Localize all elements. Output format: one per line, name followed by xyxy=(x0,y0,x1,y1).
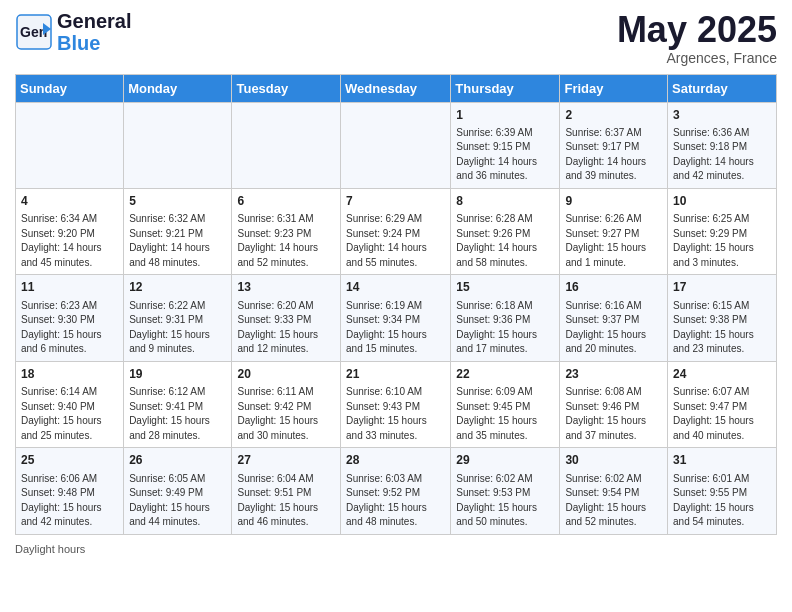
day-info: Sunrise: 6:39 AM Sunset: 9:15 PM Dayligh… xyxy=(456,126,554,184)
day-info: Sunrise: 6:03 AM Sunset: 9:52 PM Dayligh… xyxy=(346,472,445,530)
day-cell-3: 3Sunrise: 6:36 AM Sunset: 9:18 PM Daylig… xyxy=(668,102,777,188)
day-number: 8 xyxy=(456,193,554,210)
day-number: 29 xyxy=(456,452,554,469)
day-number: 17 xyxy=(673,279,771,296)
day-number: 23 xyxy=(565,366,662,383)
dow-header-tuesday: Tuesday xyxy=(232,74,341,102)
day-cell-17: 17Sunrise: 6:15 AM Sunset: 9:38 PM Dayli… xyxy=(668,275,777,361)
day-number: 27 xyxy=(237,452,335,469)
footer: Daylight hours xyxy=(15,543,777,555)
day-info: Sunrise: 6:08 AM Sunset: 9:46 PM Dayligh… xyxy=(565,385,662,443)
day-cell-13: 13Sunrise: 6:20 AM Sunset: 9:33 PM Dayli… xyxy=(232,275,341,361)
day-cell-30: 30Sunrise: 6:02 AM Sunset: 9:54 PM Dayli… xyxy=(560,448,668,534)
logo-text-general: General xyxy=(57,10,131,32)
day-number: 20 xyxy=(237,366,335,383)
day-info: Sunrise: 6:36 AM Sunset: 9:18 PM Dayligh… xyxy=(673,126,771,184)
day-number: 13 xyxy=(237,279,335,296)
day-number: 5 xyxy=(129,193,226,210)
days-of-week-row: SundayMondayTuesdayWednesdayThursdayFrid… xyxy=(16,74,777,102)
day-number: 18 xyxy=(21,366,118,383)
day-number: 3 xyxy=(673,107,771,124)
day-info: Sunrise: 6:28 AM Sunset: 9:26 PM Dayligh… xyxy=(456,212,554,270)
day-info: Sunrise: 6:22 AM Sunset: 9:31 PM Dayligh… xyxy=(129,299,226,357)
day-info: Sunrise: 6:07 AM Sunset: 9:47 PM Dayligh… xyxy=(673,385,771,443)
day-number: 7 xyxy=(346,193,445,210)
day-cell-7: 7Sunrise: 6:29 AM Sunset: 9:24 PM Daylig… xyxy=(341,188,451,274)
calendar-body: 1Sunrise: 6:39 AM Sunset: 9:15 PM Daylig… xyxy=(16,102,777,534)
day-info: Sunrise: 6:15 AM Sunset: 9:38 PM Dayligh… xyxy=(673,299,771,357)
day-cell-25: 25Sunrise: 6:06 AM Sunset: 9:48 PM Dayli… xyxy=(16,448,124,534)
day-cell-1: 1Sunrise: 6:39 AM Sunset: 9:15 PM Daylig… xyxy=(451,102,560,188)
day-info: Sunrise: 6:29 AM Sunset: 9:24 PM Dayligh… xyxy=(346,212,445,270)
day-cell-23: 23Sunrise: 6:08 AM Sunset: 9:46 PM Dayli… xyxy=(560,361,668,447)
day-number: 1 xyxy=(456,107,554,124)
dow-header-thursday: Thursday xyxy=(451,74,560,102)
day-info: Sunrise: 6:23 AM Sunset: 9:30 PM Dayligh… xyxy=(21,299,118,357)
day-cell-9: 9Sunrise: 6:26 AM Sunset: 9:27 PM Daylig… xyxy=(560,188,668,274)
day-number: 11 xyxy=(21,279,118,296)
day-info: Sunrise: 6:14 AM Sunset: 9:40 PM Dayligh… xyxy=(21,385,118,443)
day-info: Sunrise: 6:10 AM Sunset: 9:43 PM Dayligh… xyxy=(346,385,445,443)
day-info: Sunrise: 6:25 AM Sunset: 9:29 PM Dayligh… xyxy=(673,212,771,270)
calendar-table: SundayMondayTuesdayWednesdayThursdayFrid… xyxy=(15,74,777,535)
day-number: 2 xyxy=(565,107,662,124)
day-cell-8: 8Sunrise: 6:28 AM Sunset: 9:26 PM Daylig… xyxy=(451,188,560,274)
dow-header-monday: Monday xyxy=(124,74,232,102)
day-cell-22: 22Sunrise: 6:09 AM Sunset: 9:45 PM Dayli… xyxy=(451,361,560,447)
logo-text-blue: Blue xyxy=(57,32,131,54)
week-row-1: 1Sunrise: 6:39 AM Sunset: 9:15 PM Daylig… xyxy=(16,102,777,188)
title-block: May 2025 Argences, France xyxy=(617,10,777,66)
page-header: Gen General Blue May 2025 Argences, Fran… xyxy=(15,10,777,66)
dow-header-friday: Friday xyxy=(560,74,668,102)
week-row-4: 18Sunrise: 6:14 AM Sunset: 9:40 PM Dayli… xyxy=(16,361,777,447)
day-cell-4: 4Sunrise: 6:34 AM Sunset: 9:20 PM Daylig… xyxy=(16,188,124,274)
logo-icon: Gen xyxy=(15,13,53,51)
day-info: Sunrise: 6:37 AM Sunset: 9:17 PM Dayligh… xyxy=(565,126,662,184)
day-number: 28 xyxy=(346,452,445,469)
day-number: 21 xyxy=(346,366,445,383)
day-cell-10: 10Sunrise: 6:25 AM Sunset: 9:29 PM Dayli… xyxy=(668,188,777,274)
dow-header-sunday: Sunday xyxy=(16,74,124,102)
day-number: 6 xyxy=(237,193,335,210)
day-cell-18: 18Sunrise: 6:14 AM Sunset: 9:40 PM Dayli… xyxy=(16,361,124,447)
day-cell-16: 16Sunrise: 6:16 AM Sunset: 9:37 PM Dayli… xyxy=(560,275,668,361)
location: Argences, France xyxy=(617,50,777,66)
day-info: Sunrise: 6:31 AM Sunset: 9:23 PM Dayligh… xyxy=(237,212,335,270)
day-info: Sunrise: 6:20 AM Sunset: 9:33 PM Dayligh… xyxy=(237,299,335,357)
day-info: Sunrise: 6:04 AM Sunset: 9:51 PM Dayligh… xyxy=(237,472,335,530)
day-number: 15 xyxy=(456,279,554,296)
day-info: Sunrise: 6:34 AM Sunset: 9:20 PM Dayligh… xyxy=(21,212,118,270)
day-number: 10 xyxy=(673,193,771,210)
day-cell-31: 31Sunrise: 6:01 AM Sunset: 9:55 PM Dayli… xyxy=(668,448,777,534)
day-info: Sunrise: 6:11 AM Sunset: 9:42 PM Dayligh… xyxy=(237,385,335,443)
day-info: Sunrise: 6:19 AM Sunset: 9:34 PM Dayligh… xyxy=(346,299,445,357)
week-row-3: 11Sunrise: 6:23 AM Sunset: 9:30 PM Dayli… xyxy=(16,275,777,361)
day-number: 31 xyxy=(673,452,771,469)
day-cell-empty-0-1 xyxy=(124,102,232,188)
day-cell-6: 6Sunrise: 6:31 AM Sunset: 9:23 PM Daylig… xyxy=(232,188,341,274)
day-info: Sunrise: 6:32 AM Sunset: 9:21 PM Dayligh… xyxy=(129,212,226,270)
day-cell-5: 5Sunrise: 6:32 AM Sunset: 9:21 PM Daylig… xyxy=(124,188,232,274)
day-number: 16 xyxy=(565,279,662,296)
day-info: Sunrise: 6:01 AM Sunset: 9:55 PM Dayligh… xyxy=(673,472,771,530)
day-cell-19: 19Sunrise: 6:12 AM Sunset: 9:41 PM Dayli… xyxy=(124,361,232,447)
day-info: Sunrise: 6:18 AM Sunset: 9:36 PM Dayligh… xyxy=(456,299,554,357)
day-number: 4 xyxy=(21,193,118,210)
day-number: 22 xyxy=(456,366,554,383)
day-cell-11: 11Sunrise: 6:23 AM Sunset: 9:30 PM Dayli… xyxy=(16,275,124,361)
day-cell-empty-0-2 xyxy=(232,102,341,188)
day-info: Sunrise: 6:12 AM Sunset: 9:41 PM Dayligh… xyxy=(129,385,226,443)
day-number: 24 xyxy=(673,366,771,383)
dow-header-wednesday: Wednesday xyxy=(341,74,451,102)
day-cell-24: 24Sunrise: 6:07 AM Sunset: 9:47 PM Dayli… xyxy=(668,361,777,447)
day-cell-28: 28Sunrise: 6:03 AM Sunset: 9:52 PM Dayli… xyxy=(341,448,451,534)
day-info: Sunrise: 6:09 AM Sunset: 9:45 PM Dayligh… xyxy=(456,385,554,443)
daylight-label: Daylight hours xyxy=(15,543,85,555)
day-number: 25 xyxy=(21,452,118,469)
day-info: Sunrise: 6:02 AM Sunset: 9:53 PM Dayligh… xyxy=(456,472,554,530)
day-info: Sunrise: 6:26 AM Sunset: 9:27 PM Dayligh… xyxy=(565,212,662,270)
day-cell-empty-0-3 xyxy=(341,102,451,188)
day-cell-empty-0-0 xyxy=(16,102,124,188)
day-cell-2: 2Sunrise: 6:37 AM Sunset: 9:17 PM Daylig… xyxy=(560,102,668,188)
dow-header-saturday: Saturday xyxy=(668,74,777,102)
